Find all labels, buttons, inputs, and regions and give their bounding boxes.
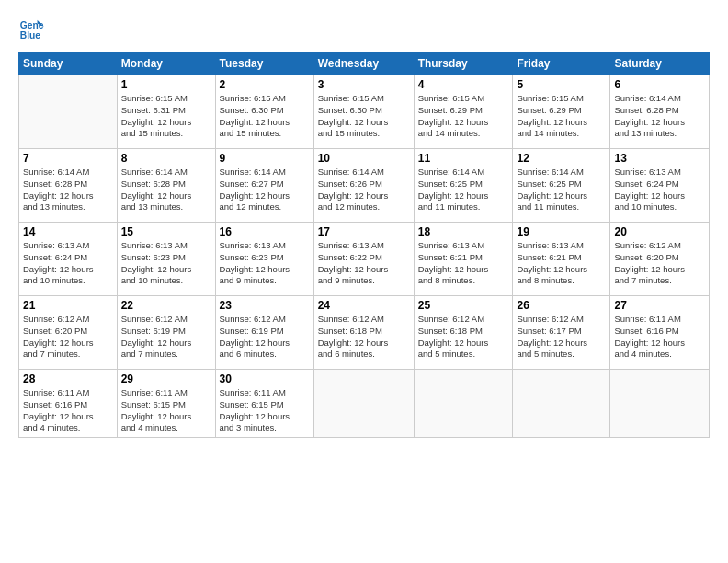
day-number: 28 bbox=[23, 373, 113, 385]
calendar-cell: 24Sunrise: 6:12 AMSunset: 6:18 PMDayligh… bbox=[313, 296, 414, 370]
calendar-cell: 20Sunrise: 6:12 AMSunset: 6:20 PMDayligh… bbox=[610, 223, 710, 296]
calendar-cell: 13Sunrise: 6:13 AMSunset: 6:24 PMDayligh… bbox=[610, 149, 710, 223]
day-info: Sunrise: 6:14 AMSunset: 6:27 PMDaylight:… bbox=[220, 167, 310, 213]
day-info: Sunrise: 6:13 AMSunset: 6:23 PMDaylight:… bbox=[220, 240, 310, 287]
day-info: Sunrise: 6:14 AMSunset: 6:28 PMDaylight:… bbox=[23, 167, 113, 213]
day-info: Sunrise: 6:14 AMSunset: 6:25 PMDaylight:… bbox=[517, 167, 606, 213]
weekday-header-row: SundayMondayTuesdayWednesdayThursdayFrid… bbox=[19, 52, 710, 75]
day-number: 18 bbox=[418, 225, 509, 238]
day-number: 17 bbox=[318, 225, 410, 238]
day-info: Sunrise: 6:11 AMSunset: 6:16 PMDaylight:… bbox=[614, 314, 705, 361]
calendar-cell: 21Sunrise: 6:12 AMSunset: 6:20 PMDayligh… bbox=[19, 296, 118, 370]
day-number: 3 bbox=[318, 78, 410, 91]
weekday-header-sunday: Sunday bbox=[19, 52, 118, 75]
day-info: Sunrise: 6:12 AMSunset: 6:19 PMDaylight:… bbox=[121, 314, 211, 361]
weekday-header-monday: Monday bbox=[117, 52, 215, 75]
weekday-header-thursday: Thursday bbox=[414, 52, 513, 75]
calendar-cell: 8Sunrise: 6:14 AMSunset: 6:28 PMDaylight… bbox=[117, 149, 215, 223]
svg-text:Blue: Blue bbox=[20, 30, 41, 40]
day-info: Sunrise: 6:11 AMSunset: 6:15 PMDaylight:… bbox=[121, 387, 211, 434]
calendar-cell: 4Sunrise: 6:15 AMSunset: 6:29 PMDaylight… bbox=[414, 75, 513, 149]
week-row-5: 28Sunrise: 6:11 AMSunset: 6:16 PMDayligh… bbox=[19, 370, 710, 438]
day-number: 1 bbox=[121, 78, 211, 91]
day-number: 9 bbox=[220, 152, 310, 165]
day-info: Sunrise: 6:13 AMSunset: 6:21 PMDaylight:… bbox=[418, 240, 509, 287]
calendar-table: SundayMondayTuesdayWednesdayThursdayFrid… bbox=[18, 52, 710, 438]
day-number: 22 bbox=[121, 299, 211, 312]
calendar-cell: 18Sunrise: 6:13 AMSunset: 6:21 PMDayligh… bbox=[414, 223, 513, 296]
day-number: 10 bbox=[318, 152, 410, 165]
calendar-cell: 22Sunrise: 6:12 AMSunset: 6:19 PMDayligh… bbox=[117, 296, 215, 370]
day-number: 30 bbox=[220, 373, 310, 385]
day-number: 23 bbox=[220, 299, 310, 312]
calendar-cell: 11Sunrise: 6:14 AMSunset: 6:25 PMDayligh… bbox=[414, 149, 513, 223]
calendar-cell: 10Sunrise: 6:14 AMSunset: 6:26 PMDayligh… bbox=[313, 149, 414, 223]
day-info: Sunrise: 6:15 AMSunset: 6:29 PMDaylight:… bbox=[517, 93, 606, 140]
calendar-cell: 2Sunrise: 6:15 AMSunset: 6:30 PMDaylight… bbox=[215, 75, 313, 149]
day-number: 12 bbox=[517, 152, 606, 165]
day-info: Sunrise: 6:12 AMSunset: 6:20 PMDaylight:… bbox=[614, 240, 705, 287]
logo-icon: General Blue bbox=[18, 17, 44, 42]
page: General Blue SundayMondayTuesdayWednesda… bbox=[0, 0, 728, 563]
calendar-cell bbox=[610, 370, 710, 438]
day-info: Sunrise: 6:12 AMSunset: 6:17 PMDaylight:… bbox=[517, 314, 606, 361]
calendar-cell: 12Sunrise: 6:14 AMSunset: 6:25 PMDayligh… bbox=[513, 149, 610, 223]
calendar-cell: 5Sunrise: 6:15 AMSunset: 6:29 PMDaylight… bbox=[513, 75, 610, 149]
day-number: 20 bbox=[614, 225, 705, 238]
day-info: Sunrise: 6:12 AMSunset: 6:18 PMDaylight:… bbox=[318, 314, 410, 361]
day-info: Sunrise: 6:13 AMSunset: 6:22 PMDaylight:… bbox=[318, 240, 410, 287]
day-info: Sunrise: 6:13 AMSunset: 6:24 PMDaylight:… bbox=[614, 167, 705, 213]
day-info: Sunrise: 6:15 AMSunset: 6:31 PMDaylight:… bbox=[121, 93, 211, 140]
day-number: 27 bbox=[614, 299, 705, 312]
calendar-cell: 29Sunrise: 6:11 AMSunset: 6:15 PMDayligh… bbox=[117, 370, 215, 438]
day-number: 7 bbox=[23, 152, 113, 165]
day-info: Sunrise: 6:13 AMSunset: 6:24 PMDaylight:… bbox=[23, 240, 113, 287]
calendar-cell: 27Sunrise: 6:11 AMSunset: 6:16 PMDayligh… bbox=[610, 296, 710, 370]
week-row-3: 14Sunrise: 6:13 AMSunset: 6:24 PMDayligh… bbox=[19, 223, 710, 296]
day-number: 16 bbox=[220, 225, 310, 238]
day-info: Sunrise: 6:15 AMSunset: 6:30 PMDaylight:… bbox=[318, 93, 410, 140]
day-info: Sunrise: 6:14 AMSunset: 6:26 PMDaylight:… bbox=[318, 167, 410, 213]
calendar-cell: 9Sunrise: 6:14 AMSunset: 6:27 PMDaylight… bbox=[215, 149, 313, 223]
day-info: Sunrise: 6:15 AMSunset: 6:30 PMDaylight:… bbox=[220, 93, 310, 140]
calendar-cell: 16Sunrise: 6:13 AMSunset: 6:23 PMDayligh… bbox=[215, 223, 313, 296]
week-row-2: 7Sunrise: 6:14 AMSunset: 6:28 PMDaylight… bbox=[19, 149, 710, 223]
day-number: 8 bbox=[121, 152, 211, 165]
weekday-header-friday: Friday bbox=[513, 52, 610, 75]
calendar-cell: 15Sunrise: 6:13 AMSunset: 6:23 PMDayligh… bbox=[117, 223, 215, 296]
day-number: 19 bbox=[517, 225, 606, 238]
calendar-cell: 1Sunrise: 6:15 AMSunset: 6:31 PMDaylight… bbox=[117, 75, 215, 149]
day-number: 4 bbox=[418, 78, 509, 91]
calendar-cell: 7Sunrise: 6:14 AMSunset: 6:28 PMDaylight… bbox=[19, 149, 118, 223]
day-info: Sunrise: 6:14 AMSunset: 6:28 PMDaylight:… bbox=[121, 167, 211, 213]
day-number: 26 bbox=[517, 299, 606, 312]
calendar-cell: 25Sunrise: 6:12 AMSunset: 6:18 PMDayligh… bbox=[414, 296, 513, 370]
day-info: Sunrise: 6:13 AMSunset: 6:21 PMDaylight:… bbox=[517, 240, 606, 287]
calendar-cell bbox=[414, 370, 513, 438]
calendar-cell: 6Sunrise: 6:14 AMSunset: 6:28 PMDaylight… bbox=[610, 75, 710, 149]
calendar-cell: 14Sunrise: 6:13 AMSunset: 6:24 PMDayligh… bbox=[19, 223, 118, 296]
day-number: 24 bbox=[318, 299, 410, 312]
day-number: 29 bbox=[121, 373, 211, 385]
day-info: Sunrise: 6:12 AMSunset: 6:19 PMDaylight:… bbox=[220, 314, 310, 361]
logo: General Blue bbox=[18, 17, 48, 42]
weekday-header-wednesday: Wednesday bbox=[313, 52, 414, 75]
day-info: Sunrise: 6:14 AMSunset: 6:25 PMDaylight:… bbox=[418, 167, 509, 213]
calendar-cell: 3Sunrise: 6:15 AMSunset: 6:30 PMDaylight… bbox=[313, 75, 414, 149]
header: General Blue bbox=[18, 17, 710, 42]
day-info: Sunrise: 6:15 AMSunset: 6:29 PMDaylight:… bbox=[418, 93, 509, 140]
day-number: 14 bbox=[23, 225, 113, 238]
day-number: 25 bbox=[418, 299, 509, 312]
day-number: 21 bbox=[23, 299, 113, 312]
weekday-header-saturday: Saturday bbox=[610, 52, 710, 75]
day-number: 15 bbox=[121, 225, 211, 238]
calendar-cell: 23Sunrise: 6:12 AMSunset: 6:19 PMDayligh… bbox=[215, 296, 313, 370]
day-number: 2 bbox=[220, 78, 310, 91]
day-number: 5 bbox=[517, 78, 606, 91]
calendar-cell: 26Sunrise: 6:12 AMSunset: 6:17 PMDayligh… bbox=[513, 296, 610, 370]
calendar-cell bbox=[19, 75, 118, 149]
svg-text:General: General bbox=[20, 20, 44, 30]
week-row-4: 21Sunrise: 6:12 AMSunset: 6:20 PMDayligh… bbox=[19, 296, 710, 370]
calendar-cell: 30Sunrise: 6:11 AMSunset: 6:15 PMDayligh… bbox=[215, 370, 313, 438]
day-info: Sunrise: 6:12 AMSunset: 6:20 PMDaylight:… bbox=[23, 314, 113, 361]
